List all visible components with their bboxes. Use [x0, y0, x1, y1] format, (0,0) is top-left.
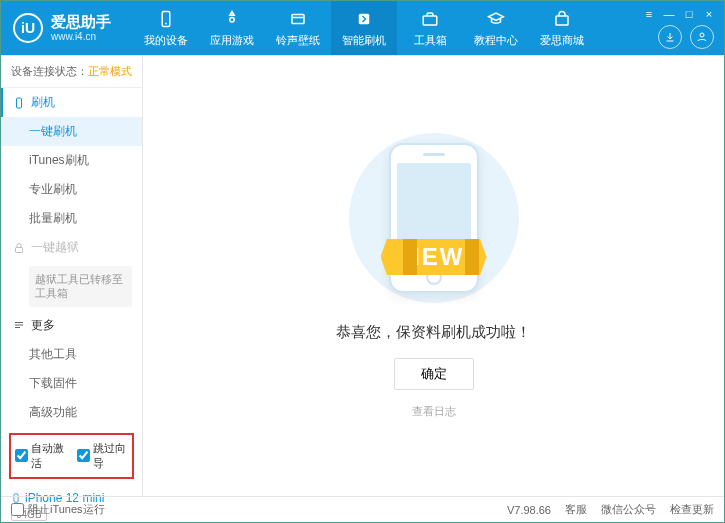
checkbox-auto-activate[interactable]: 自动激活	[15, 441, 67, 471]
app-url: www.i4.cn	[51, 31, 111, 42]
jailbreak-note: 越狱工具已转移至工具箱	[29, 266, 132, 307]
sidebar-jailbreak-section: 一键越狱	[1, 233, 142, 262]
sidebar-item-pro[interactable]: 专业刷机	[1, 175, 142, 204]
toolbox-icon	[420, 9, 440, 29]
logo-icon: iU	[13, 13, 43, 43]
sidebar-more-section[interactable]: 更多	[1, 311, 142, 340]
flash-icon	[354, 9, 374, 29]
svg-rect-6	[423, 16, 437, 25]
nav-flash[interactable]: 智能刷机	[331, 1, 397, 55]
top-nav: 我的设备 应用游戏 铃声壁纸 智能刷机 工具箱 教程中心	[133, 1, 595, 55]
maximize-button[interactable]: □	[682, 7, 696, 21]
nav-store[interactable]: 爱思商城	[529, 1, 595, 55]
svg-rect-5	[359, 13, 370, 24]
logo-area: iU 爱思助手 www.i4.cn	[1, 13, 123, 43]
svg-point-8	[700, 33, 704, 37]
main-content: NEW 恭喜您，保资料刷机成功啦！ 确定 查看日志	[143, 56, 724, 496]
checkbox-block-itunes[interactable]: 阻止iTunes运行	[11, 502, 105, 517]
view-log-link[interactable]: 查看日志	[412, 404, 456, 419]
store-icon	[552, 9, 572, 29]
svg-rect-10	[16, 247, 23, 252]
success-message: 恭喜您，保资料刷机成功啦！	[336, 323, 531, 342]
app-window: iU 爱思助手 www.i4.cn 我的设备 应用游戏 铃声壁纸 智能刷机	[0, 0, 725, 523]
nav-ringtone[interactable]: 铃声壁纸	[265, 1, 331, 55]
connection-status: 设备连接状态：正常模式	[1, 56, 142, 88]
ok-button[interactable]: 确定	[394, 358, 474, 390]
list-icon	[13, 319, 25, 331]
nav-apps[interactable]: 应用游戏	[199, 1, 265, 55]
footer-wechat[interactable]: 微信公众号	[601, 502, 656, 517]
svg-rect-3	[292, 14, 304, 23]
nav-my-device[interactable]: 我的设备	[133, 1, 199, 55]
svg-point-2	[230, 17, 235, 22]
phone-icon	[156, 9, 176, 29]
sidebar-item-othertools[interactable]: 其他工具	[1, 340, 142, 369]
sidebar-item-batch[interactable]: 批量刷机	[1, 204, 142, 233]
window-controls: ≡ — □ ×	[642, 7, 716, 21]
tutorial-icon	[486, 9, 506, 29]
sidebar-item-itunes[interactable]: iTunes刷机	[1, 146, 142, 175]
app-name: 爱思助手	[51, 14, 111, 31]
svg-rect-7	[556, 16, 568, 25]
footer-update[interactable]: 检查更新	[670, 502, 714, 517]
sidebar-item-advanced[interactable]: 高级功能	[1, 398, 142, 427]
new-banner: NEW	[381, 239, 487, 275]
nav-toolbox[interactable]: 工具箱	[397, 1, 463, 55]
sidebar-item-oneclick[interactable]: 一键刷机	[1, 117, 142, 146]
svg-rect-9	[17, 98, 22, 108]
menu-icon[interactable]: ≡	[642, 7, 656, 21]
nav-tutorial[interactable]: 教程中心	[463, 1, 529, 55]
minimize-button[interactable]: —	[662, 7, 676, 21]
success-illustration: NEW	[339, 133, 529, 303]
sidebar: 设备连接状态：正常模式 刷机 一键刷机 iTunes刷机 专业刷机 批量刷机 一…	[1, 56, 143, 496]
titlebar: iU 爱思助手 www.i4.cn 我的设备 应用游戏 铃声壁纸 智能刷机	[1, 1, 724, 55]
lock-icon	[13, 242, 25, 254]
apps-icon	[222, 9, 242, 29]
close-button[interactable]: ×	[702, 7, 716, 21]
checkbox-skip-setup[interactable]: 跳过向导	[77, 441, 129, 471]
phone-small-icon	[13, 97, 25, 109]
options-highlight-box: 自动激活 跳过向导	[9, 433, 134, 479]
sidebar-flash-section[interactable]: 刷机	[1, 88, 142, 117]
ringtone-icon	[288, 9, 308, 29]
footer: 阻止iTunes运行 V7.98.66 客服 微信公众号 检查更新	[1, 496, 724, 522]
version-label: V7.98.66	[507, 504, 551, 516]
download-icon[interactable]	[658, 25, 682, 49]
user-icon[interactable]	[690, 25, 714, 49]
sidebar-item-firmware[interactable]: 下载固件	[1, 369, 142, 398]
footer-service[interactable]: 客服	[565, 502, 587, 517]
